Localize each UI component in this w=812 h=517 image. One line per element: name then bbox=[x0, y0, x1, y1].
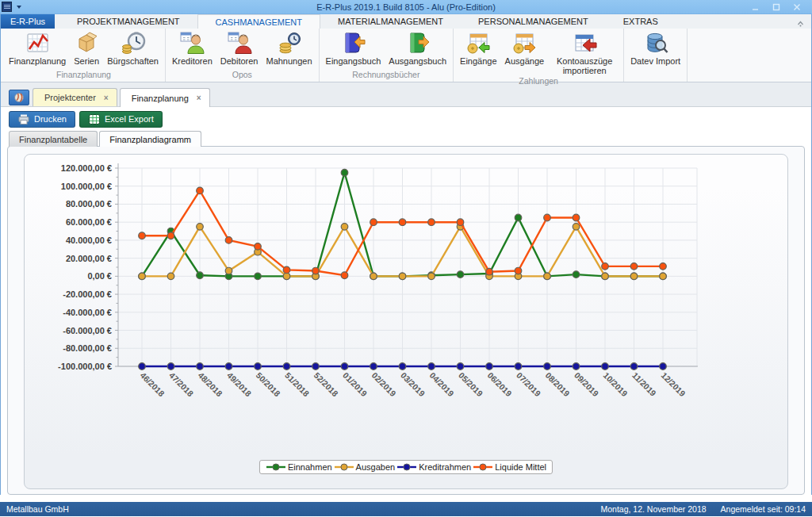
ribbon-tab-er-plus[interactable]: E-R-Plus bbox=[1, 14, 55, 29]
data-point-ausgaben bbox=[630, 273, 638, 280]
legend-item-kreditrahmen: Kreditrahmen bbox=[396, 462, 471, 472]
print-button[interactable]: Drucken bbox=[9, 111, 75, 128]
b-rgschaften-button[interactable]: Bürgschaften bbox=[103, 29, 163, 66]
incoming-payments-icon bbox=[465, 30, 491, 56]
ribbon-tab-materialmanagement[interactable]: MATERIALMANAGEMENT bbox=[320, 14, 461, 29]
bank-statement-import-icon bbox=[572, 30, 597, 56]
y-axis-label: 20.000,00 € bbox=[66, 254, 112, 263]
globe-icon bbox=[13, 92, 25, 103]
ribbon-button-label: Eingangsbuch bbox=[326, 56, 381, 66]
minimize-button[interactable] bbox=[749, 2, 763, 13]
kreditoren-button[interactable]: Kreditoren bbox=[168, 29, 216, 66]
tab-finanzplantabelle[interactable]: Finanzplantabelle bbox=[9, 131, 98, 147]
document-tab-bar: Projektcenter Finanzplanung bbox=[1, 82, 811, 107]
data-point-kreditrahmen bbox=[167, 363, 174, 370]
series-box-icon bbox=[74, 30, 99, 56]
maximize-button[interactable] bbox=[769, 2, 783, 13]
legend-marker-icon bbox=[334, 463, 354, 471]
data-point-einnahmen bbox=[255, 273, 262, 280]
ribbon-button-label: Debitoren bbox=[220, 56, 259, 66]
ausgangsbuch-button[interactable]: Ausgangsbuch bbox=[385, 29, 450, 66]
x-axis-label: 08/2019 bbox=[544, 370, 572, 398]
x-axis-label: 09/2019 bbox=[573, 370, 600, 398]
doc-tab-projektcenter[interactable]: Projektcenter bbox=[33, 88, 117, 106]
serien-button[interactable]: Serien bbox=[70, 29, 103, 66]
legend-item-einnahmen: Einnahmen bbox=[266, 462, 332, 472]
eingangsbuch-button[interactable]: Eingangsbuch bbox=[322, 29, 385, 66]
data-point-ausgaben bbox=[167, 273, 174, 280]
close-button[interactable] bbox=[790, 2, 804, 13]
ribbon-button-label: Kreditoren bbox=[172, 56, 213, 66]
debitoren-button[interactable]: Debitoren bbox=[216, 29, 262, 66]
ausg-nge-button[interactable]: Ausgänge bbox=[501, 29, 549, 66]
y-axis-label: -60.000,00 € bbox=[63, 326, 112, 335]
tab-finanzplandiagramm[interactable]: Finanzplandiagramm bbox=[99, 131, 201, 147]
ribbon-button-label: Finanzplanung bbox=[9, 56, 66, 66]
data-point-kreditrahmen bbox=[428, 363, 435, 370]
data-point-liquide-mittel bbox=[573, 214, 580, 221]
y-axis-label: -20.000,00 € bbox=[63, 289, 112, 299]
data-point-einnahmen bbox=[197, 272, 204, 279]
ribbon-tab-personalmanagement[interactable]: PERSONALMANAGEMENT bbox=[461, 14, 606, 29]
mahnungen-button[interactable]: Mahnungen bbox=[262, 29, 316, 66]
close-tab-icon[interactable] bbox=[104, 94, 109, 102]
data-point-liquide-mittel bbox=[630, 263, 638, 270]
data-point-kreditrahmen bbox=[573, 363, 580, 370]
ribbon-tab-cashmanagement[interactable]: CASHMANAGEMENT bbox=[197, 14, 320, 29]
x-axis-label: 06/2019 bbox=[486, 370, 514, 398]
ribbon-collapse-icon[interactable] bbox=[796, 17, 805, 31]
excel-button-label: Excel Export bbox=[105, 114, 154, 124]
x-axis-label: 03/2019 bbox=[399, 370, 427, 398]
data-point-kreditrahmen bbox=[341, 363, 348, 370]
excel-export-button[interactable]: Excel Export bbox=[79, 111, 163, 128]
legend-marker-icon bbox=[473, 463, 493, 471]
home-tab-button[interactable] bbox=[9, 90, 29, 105]
ribbon-button-label: Ausgänge bbox=[505, 56, 545, 66]
legend-label: Liquide Mittel bbox=[495, 462, 546, 472]
x-axis-label: 50/2018 bbox=[255, 370, 282, 398]
ribbon-tab-extras[interactable]: EXTRAS bbox=[606, 14, 676, 29]
data-point-liquide-mittel bbox=[283, 266, 290, 274]
close-tab-icon[interactable] bbox=[197, 94, 201, 102]
debtors-person-icon bbox=[227, 30, 252, 56]
data-point-kreditrahmen bbox=[370, 363, 377, 370]
minimize-icon bbox=[752, 3, 760, 11]
close-icon bbox=[793, 3, 801, 11]
data-point-ausgaben bbox=[602, 273, 609, 280]
eing-nge-button[interactable]: Eingänge bbox=[456, 29, 501, 66]
x-axis-label: 46/2018 bbox=[139, 370, 167, 398]
status-bar: Metallbau GmbH Montag, 12. November 2018… bbox=[0, 502, 812, 516]
kontoausz-ge-importieren-button[interactable]: Kontoauszüge importieren bbox=[548, 29, 621, 75]
excel-icon bbox=[88, 113, 101, 125]
data-point-ausgaben bbox=[573, 224, 580, 231]
data-point-liquide-mittel bbox=[225, 237, 232, 244]
y-axis-label: -80.000,00 € bbox=[63, 343, 112, 353]
data-point-einnahmen bbox=[515, 214, 522, 221]
data-point-liquide-mittel bbox=[255, 243, 262, 251]
data-point-ausgaben bbox=[370, 273, 377, 280]
printer-icon bbox=[17, 113, 30, 125]
legend-item-liquide-mittel: Liquide Mittel bbox=[473, 462, 546, 472]
maximize-icon bbox=[772, 3, 780, 11]
status-date: Montag, 12. November 2018 bbox=[601, 504, 707, 514]
data-point-kreditrahmen bbox=[139, 363, 146, 370]
view-tab-bar: Finanzplantabelle Finanzplandiagramm bbox=[1, 131, 811, 147]
data-point-liquide-mittel bbox=[544, 214, 551, 221]
datev-import-button[interactable]: Datev Import bbox=[626, 29, 684, 66]
ribbon-group-caption: Zahlungen bbox=[456, 75, 621, 88]
y-axis-label: 40.000,00 € bbox=[66, 236, 112, 245]
finanzplanung-button[interactable]: Finanzplanung bbox=[5, 29, 70, 66]
data-point-kreditrahmen bbox=[197, 363, 204, 370]
ribbon-tab-projektmanagement[interactable]: PROJEKTMANAGEMENT bbox=[59, 14, 197, 29]
data-point-liquide-mittel bbox=[197, 187, 204, 194]
data-point-kreditrahmen bbox=[486, 363, 493, 370]
ribbon-button-label: Kontoauszüge importieren bbox=[552, 56, 617, 75]
doc-tab-finanzplanung[interactable]: Finanzplanung bbox=[120, 88, 210, 107]
ribbon-button-label: Serien bbox=[74, 56, 99, 66]
outgoing-payments-icon bbox=[511, 30, 537, 56]
data-point-kreditrahmen bbox=[255, 363, 262, 370]
data-point-ausgaben bbox=[225, 267, 232, 274]
ribbon-group-caption: Finanzplanung bbox=[5, 69, 163, 82]
data-point-liquide-mittel bbox=[457, 219, 464, 226]
legend-item-ausgaben: Ausgaben bbox=[334, 462, 396, 472]
